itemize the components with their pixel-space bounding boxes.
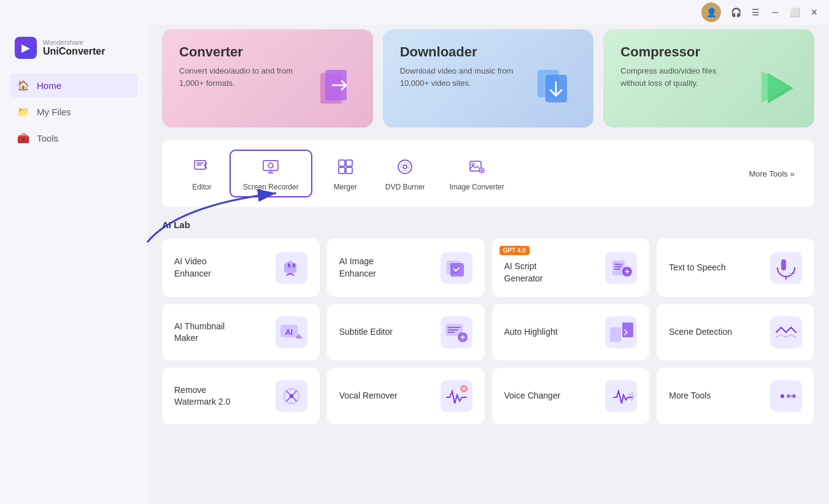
svg-point-47 (787, 394, 790, 398)
tools-row: Editor Screen Recorder (162, 140, 814, 207)
user-avatar[interactable]: 👤 (701, 2, 721, 22)
close-button[interactable]: ✕ (804, 2, 824, 22)
svg-rect-10 (346, 160, 352, 166)
editor-label: Editor (192, 183, 211, 191)
svg-rect-12 (346, 167, 352, 174)
tools-more-chevron-icon: » (790, 169, 795, 178)
svg-point-14 (403, 165, 407, 169)
tool-merger[interactable]: Merger (318, 151, 373, 196)
sidebar-item-tools-label: Tools (37, 133, 58, 143)
auto-highlight-card[interactable]: Auto Highlight (492, 304, 650, 361)
ai-video-enhancer-card[interactable]: AI VideoEnhancer (162, 239, 320, 297)
app-logo-icon: ▶ (15, 37, 37, 59)
ai-script-generator-card[interactable]: GPT 4.0 AI ScriptGenerator (492, 239, 650, 297)
ai-image-enhancer-label: AI ImageEnhancer (339, 256, 376, 280)
ai-more-tools-card[interactable]: More Tools (657, 368, 814, 424)
svg-point-46 (781, 394, 784, 398)
merger-label: Merger (334, 183, 357, 191)
ai-thumbnail-maker-card[interactable]: AI ThumbnailMaker AI (162, 304, 320, 361)
downloader-title: Downloader (400, 44, 577, 60)
scene-detection-label: Scene Detection (669, 326, 732, 338)
svg-rect-36 (622, 323, 633, 337)
downloader-icon (534, 64, 584, 121)
compressor-card[interactable]: Compressor Compress audio/video files wi… (603, 29, 814, 128)
sidebar-item-myfiles[interactable]: 📁 My Files (10, 100, 137, 124)
ai-script-generator-label: AI ScriptGenerator (504, 261, 543, 284)
ai-more-tools-label: More Tools (669, 390, 711, 402)
svg-rect-44 (605, 380, 637, 412)
main-content: Converter Convert video/audio to and fro… (147, 0, 829, 504)
scene-detection-card[interactable]: Scene Detection (657, 304, 814, 361)
downloader-card[interactable]: Downloader Download video and music from… (383, 29, 594, 128)
vocal-remover-label: Vocal Remover (339, 390, 398, 402)
sidebar: ▶ Wondershare UniConverter 🏠 Home 📁 My F… (0, 0, 147, 504)
editor-icon (191, 156, 213, 178)
image-converter-label: Image Converter (449, 183, 504, 191)
tool-editor[interactable]: Editor (174, 151, 229, 196)
gpt-badge: GPT 4.0 (499, 246, 530, 255)
logo-area: ▶ Wondershare UniConverter (10, 29, 137, 74)
maximize-button[interactable]: ⬜ (785, 2, 804, 22)
voice-changer-card[interactable]: Voice Changer (492, 368, 650, 424)
converter-card[interactable]: Converter Convert video/audio to and fro… (162, 29, 373, 128)
app-name: UniConverter (43, 46, 105, 57)
menu-icon[interactable]: ☰ (746, 2, 765, 22)
svg-rect-11 (339, 167, 345, 174)
remove-watermark-card[interactable]: RemoveWatermark 2.0 (162, 368, 320, 424)
hero-cards-section: Converter Convert video/audio to and fro… (162, 29, 814, 128)
myfiles-icon: 📁 (17, 106, 29, 118)
tools-icon: 🧰 (17, 132, 29, 144)
subtitle-editor-label: Subtitle Editor (339, 326, 393, 338)
converter-icon (314, 64, 363, 121)
svg-point-8 (268, 163, 273, 168)
tool-image-converter[interactable]: Image Converter (437, 151, 516, 196)
logo-text: Wondershare UniConverter (43, 39, 105, 57)
voice-changer-label: Voice Changer (504, 390, 561, 402)
subtitle-editor-card[interactable]: Subtitle Editor (327, 304, 485, 361)
svg-point-15 (401, 162, 409, 171)
compressor-title: Compressor (620, 44, 797, 60)
merger-icon (334, 156, 357, 178)
titlebar: 👤 🎧 ☰ ─ ⬜ ✕ (0, 0, 829, 25)
home-icon: 🏠 (17, 80, 29, 91)
tools-more-label: More Tools (749, 169, 787, 178)
compressor-desc: Compress audio/video files without loss … (620, 65, 743, 89)
tool-separator (315, 161, 315, 186)
tool-screen-recorder[interactable]: Screen Recorder (229, 150, 312, 197)
svg-rect-27 (781, 259, 786, 270)
sidebar-item-home-label: Home (37, 80, 61, 91)
ai-video-enhancer-label: AI VideoEnhancer (174, 256, 211, 280)
remove-watermark-label: RemoveWatermark 2.0 (174, 384, 230, 408)
ai-image-enhancer-card[interactable]: AI ImageEnhancer (327, 239, 485, 297)
ai-thumbnail-maker-label: AI ThumbnailMaker (174, 321, 225, 345)
compressor-icon (755, 64, 804, 121)
tools-more-button[interactable]: More Tools » (741, 164, 802, 183)
vocal-remover-card[interactable]: Vocal Remover (327, 368, 485, 424)
headset-icon[interactable]: 🎧 (726, 2, 746, 22)
svg-text:AI: AI (285, 328, 293, 337)
svg-rect-35 (610, 327, 621, 342)
dvd-burner-icon (394, 156, 416, 178)
minimize-button[interactable]: ─ (765, 2, 785, 22)
ai-lab-grid: AI VideoEnhancer AI ImageEnhancer GPT 4.… (162, 239, 814, 424)
svg-point-41 (290, 394, 293, 398)
screen-recorder-icon (260, 156, 282, 178)
downloader-desc: Download video and music from 10,000+ vi… (400, 65, 523, 89)
sidebar-item-tools[interactable]: 🧰 Tools (10, 126, 137, 150)
svg-rect-9 (339, 160, 345, 166)
svg-rect-45 (770, 380, 802, 412)
text-to-speech-label: Text to Speech (669, 262, 726, 274)
sidebar-item-myfiles-label: My Files (37, 107, 71, 117)
brand-name: Wondershare (43, 39, 105, 46)
ai-lab-title: AI Lab (162, 220, 814, 230)
tool-dvd-burner[interactable]: DVD Burner (373, 151, 438, 196)
svg-point-13 (398, 160, 412, 174)
text-to-speech-card[interactable]: Text to Speech (657, 239, 814, 297)
converter-desc: Convert video/audio to and from 1,000+ f… (179, 65, 302, 89)
image-converter-icon (466, 156, 488, 178)
sidebar-item-home[interactable]: 🏠 Home (10, 74, 137, 97)
svg-rect-7 (263, 161, 278, 170)
dvd-burner-label: DVD Burner (385, 183, 425, 191)
auto-highlight-label: Auto Highlight (504, 326, 558, 338)
screen-recorder-label: Screen Recorder (243, 183, 299, 191)
